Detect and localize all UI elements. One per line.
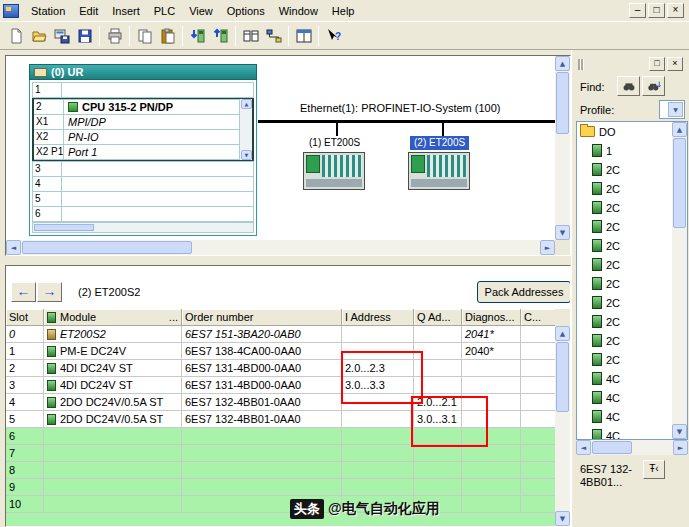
open-station-button[interactable] [27,25,50,47]
scroll-thumb[interactable] [592,441,632,454]
tree-item[interactable]: 2C [577,198,672,217]
table-row-7[interactable]: 7 [6,445,557,462]
device-1-label[interactable]: (1) ET200S [305,136,364,150]
tree-item[interactable]: 2C [577,217,672,236]
scroll-left-icon[interactable]: ◄ [576,440,591,455]
menu-insert[interactable]: Insert [105,2,147,20]
rack-row-x2[interactable]: X2 PN-IO [34,129,239,145]
chevron-down-icon[interactable]: ▼ [668,102,683,117]
rack-row-1[interactable]: 1 [32,82,254,98]
docking-grip[interactable] [578,59,580,70]
pack-addresses-button[interactable]: Pack Addresses [477,281,571,303]
scroll-right-icon[interactable]: ► [673,440,688,455]
scroll-down-icon[interactable]: ▼ [241,150,252,160]
profinet-system-label[interactable]: Ethernet(1): PROFINET-IO-System (100) [298,102,503,114]
scroll-up-icon[interactable]: ▲ [555,326,570,341]
station-configuration-button[interactable] [239,25,262,47]
tree-item[interactable]: 2C [577,350,672,369]
minimize-button[interactable]: – [629,3,646,18]
table-row-6[interactable]: 6 [6,428,557,445]
tree-item[interactable]: 2C [577,274,672,293]
pane-splitter[interactable] [5,256,571,265]
table-row-10[interactable]: 10 [6,496,557,513]
catalog-info-toggle-button[interactable]: Ŧ‹ [643,460,665,479]
catalog-close-button[interactable]: × [667,57,683,71]
menu-view[interactable]: View [182,2,220,20]
upload-from-module-button[interactable] [209,25,232,47]
rack-row-6[interactable]: 6 [32,206,254,222]
menu-plc[interactable]: PLC [147,2,182,20]
table-row-8[interactable]: 8 [6,462,557,479]
menu-help[interactable]: Help [325,2,362,20]
rack-row-4[interactable]: 4 [32,176,254,192]
print-button[interactable] [103,25,126,47]
rack-title-bar[interactable]: (0) UR [29,64,257,80]
new-station-button[interactable] [4,25,27,47]
scroll-down-icon[interactable]: ▼ [672,424,687,439]
tree-item[interactable]: 2C [577,255,672,274]
tree-item[interactable]: 1 [577,141,672,160]
tree-item[interactable]: 2C [577,160,672,179]
help-button[interactable]: ? [322,25,345,47]
tree-item[interactable]: 2C [577,179,672,198]
catalog-vertical-scrollbar[interactable]: ▲ ▼ [672,122,687,439]
download-to-module-button[interactable] [186,25,209,47]
tree-folder-do[interactable]: DO [577,122,672,141]
rack-row-cpu[interactable]: 2 CPU 315-2 PN/DP [34,99,239,115]
close-button[interactable]: × [667,3,684,18]
scroll-right-icon[interactable]: ► [540,240,555,255]
col-q-address[interactable]: Q Ad... [414,309,462,326]
station-vertical-scrollbar[interactable]: ▲ ▼ [555,56,570,240]
station-horizontal-scrollbar[interactable]: ◄ ► [6,240,555,255]
col-comment[interactable]: C... [521,309,557,326]
table-row-4[interactable]: 4 2DO DC24V/0.5A ST 6ES7 132-4BB01-0AA0 … [6,394,557,411]
scroll-thumb[interactable] [556,72,569,134]
scroll-thumb[interactable] [673,138,686,228]
menu-window[interactable]: Window [272,2,325,20]
rack-hscrollbar[interactable] [32,222,254,233]
back-button[interactable]: ← [11,282,36,302]
scroll-up-icon[interactable]: ▲ [555,56,570,71]
scroll-up-icon[interactable]: ▲ [672,122,687,137]
paste-button[interactable] [156,25,179,47]
tree-item[interactable]: 4C [577,407,672,426]
split-view-button[interactable] [292,25,315,47]
profinet-bus-line[interactable] [258,120,555,123]
scroll-thumb[interactable] [22,241,192,254]
scroll-left-icon[interactable]: ◄ [6,240,21,255]
profile-select[interactable]: ▼ [659,100,685,119]
find-next-button[interactable] [642,76,665,96]
tree-item[interactable]: 4C [577,426,672,439]
restore-button[interactable]: □ [648,3,665,18]
find-button[interactable] [617,76,640,96]
tree-item[interactable]: 2C [577,331,672,350]
table-row-3[interactable]: 3 4DI DC24V ST 6ES7 131-4BD00-0AA0 3.0..… [6,377,557,394]
menu-edit[interactable]: Edit [72,2,105,20]
tree-item[interactable]: 2C [577,236,672,255]
table-row-5[interactable]: 5 2DO DC24V/0.5A ST 6ES7 132-4BB01-0AA0 … [6,411,557,428]
rack-window[interactable]: (0) UR 1 2 CPU 315-2 PN/DP [29,64,257,236]
scroll-thumb[interactable] [34,224,94,231]
save-button[interactable] [73,25,96,47]
rack-row-x1[interactable]: X1 MPI/DP [34,114,239,130]
col-slot[interactable]: Slot [6,309,44,326]
scroll-down-icon[interactable]: ▼ [555,511,570,526]
table-row-0[interactable]: 0 ET200S2 6ES7 151-3BA20-0AB0 2041* [6,326,557,343]
rack-scrollbar[interactable]: ▲ ▼ [239,99,252,160]
device-1-icon[interactable] [303,152,365,190]
io-vertical-scrollbar[interactable]: ▲ ▼ [555,326,570,526]
device-2-icon[interactable] [408,152,470,190]
rack-row-5[interactable]: 5 [32,191,254,207]
scroll-thumb[interactable] [556,342,569,412]
tree-item[interactable]: 4C [577,388,672,407]
scroll-up-icon[interactable]: ▲ [241,99,252,109]
scroll-down-icon[interactable]: ▼ [555,225,570,240]
menu-options[interactable]: Options [220,2,272,20]
col-i-address[interactable]: I Address [342,309,414,326]
rack-row-x2p1[interactable]: X2 P1 Port 1 [34,144,239,160]
table-row-2[interactable]: 2 4DI DC24V ST 6ES7 131-4BD00-0AA0 2.0..… [6,360,557,377]
catalog-horizontal-scrollbar[interactable]: ◄ ► [576,440,688,455]
network-view-button[interactable] [262,25,285,47]
table-row-9[interactable]: 9 [6,479,557,496]
forward-button[interactable]: → [37,282,62,302]
